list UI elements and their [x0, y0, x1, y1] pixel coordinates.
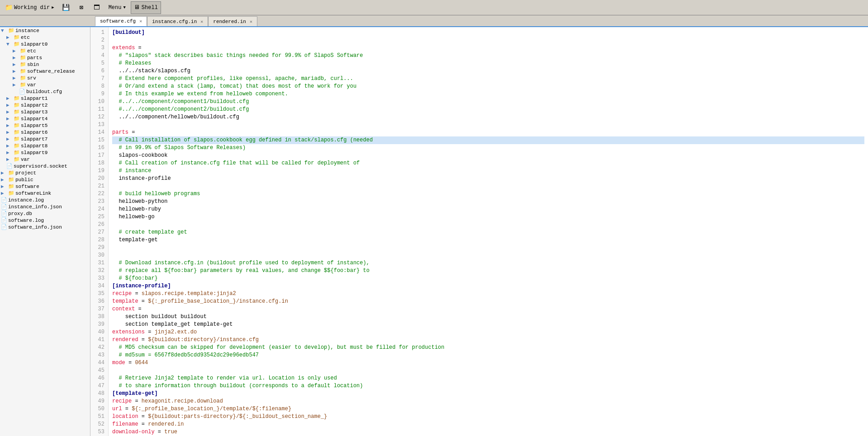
line-number-16: 16 — [94, 144, 104, 152]
shell-button[interactable]: 🖥 Shell — [131, 1, 161, 14]
code-line-49: recipe = hexagonit.recipe.download — [112, 398, 864, 405]
tab-instance-cfg-in[interactable]: instance.cfg.in ✕ — [147, 16, 208, 26]
sidebar-item-slappart8[interactable]: ▶ 📁 slappart8 — [0, 142, 90, 149]
line-number-15: 15 — [94, 136, 104, 144]
folder-closed-icon-parts: ▶ — [13, 55, 20, 61]
code-line-46: # Retrieve Jinja2 template to render via… — [112, 375, 864, 382]
sidebar-item-proxy-db[interactable]: 📄 proxy.db — [0, 210, 90, 217]
sidebar-item-instance-info-json[interactable]: 📄 instance_info.json — [0, 203, 90, 210]
sidebar-item-sbin[interactable]: ▶ 📁 sbin — [0, 61, 90, 68]
file-icon-proxy-db: 📄 — [1, 211, 8, 216]
editor-area[interactable]: 1234567891011121314151617181920212223242… — [90, 27, 868, 436]
code-line-10: #../../component/component1/buildout.cfg — [112, 98, 864, 106]
maximize-button[interactable]: ⊠ — [75, 1, 88, 14]
sidebar-item-supervisord-socket[interactable]: 📄 supervisord.socket — [0, 163, 90, 169]
line-number-20: 20 — [94, 175, 104, 183]
sidebar-item-slappart0-var[interactable]: ▶ 📁 var — [0, 81, 90, 88]
sidebar-item-slappart4[interactable]: ▶ 📁 slappart4 — [0, 115, 90, 122]
sidebar-item-slappart9[interactable]: ▶ 📁 slappart9 — [0, 149, 90, 156]
folder-icon-parts: 📁 — [20, 55, 27, 61]
menu-label: Menu — [109, 5, 122, 11]
tab-software-cfg[interactable]: software.cfg ✕ — [95, 16, 147, 26]
editor-content: 1234567891011121314151617181920212223242… — [90, 27, 868, 436]
menu-button[interactable]: Menu ▼ — [105, 1, 129, 14]
tab-software-cfg-close[interactable]: ✕ — [139, 19, 142, 24]
code-line-20: instance-profile — [112, 175, 864, 183]
shell-label: Shell — [142, 5, 158, 11]
sidebar-item-slappart6[interactable]: ▶ 📁 slappart6 — [0, 129, 90, 136]
tab-rendered-in-close[interactable]: ✕ — [250, 19, 252, 24]
sidebar-item-software-release[interactable]: ▶ 📁 software_release — [0, 68, 90, 75]
sidebar-item-slappart3[interactable]: ▶ 📁 slappart3 — [0, 108, 90, 115]
code-line-19: # instance — [112, 167, 864, 175]
line-number-7: 7 — [94, 75, 104, 83]
line-number-26: 26 — [94, 221, 104, 229]
code-line-23: helloweb-python — [112, 198, 864, 206]
code-line-37: context = — [112, 305, 864, 313]
sidebar-item-project[interactable]: ▶ 📁 project — [0, 169, 90, 176]
sidebar-item-var[interactable]: ▶ 📁 var — [0, 156, 90, 163]
folder-icon-software-release: 📁 — [20, 68, 27, 74]
line-number-37: 37 — [94, 305, 104, 313]
code-line-40: extensions = jinja2.ext.do — [112, 328, 864, 336]
folder-icon: 📁 — [5, 4, 12, 11]
line-number-4: 4 — [94, 52, 104, 60]
sidebar-label-software-info-json: software_info.json — [8, 225, 62, 230]
sidebar-item-slappart0-etc[interactable]: ▶ 📁 etc — [0, 47, 90, 54]
line-number-23: 23 — [94, 198, 104, 206]
code-line-1: [buildout] — [112, 29, 864, 37]
sidebar-item-etc[interactable]: ▶ 📁 etc — [0, 34, 90, 41]
save-button[interactable]: 💾 — [59, 1, 73, 14]
folder-icon-slappart0: 📁 — [14, 41, 21, 47]
sidebar-label-softwarelink: softwareLink — [15, 191, 51, 196]
sidebar-item-slappart7[interactable]: ▶ 📁 slappart7 — [0, 136, 90, 142]
folder-closed-icon-project: ▶ — [1, 170, 8, 176]
code-line-22: # build helloweb programs — [112, 190, 864, 198]
line-number-45: 45 — [94, 367, 104, 375]
sidebar-item-software-info-json[interactable]: 📄 software_info.json — [0, 224, 90, 230]
sidebar-item-buildout-cfg[interactable]: 📄 buildout.cfg — [0, 88, 90, 95]
tab-instance-cfg-in-close[interactable]: ✕ — [200, 19, 203, 24]
line-number-47: 47 — [94, 382, 104, 390]
folder-closed-icon-slappart4: ▶ — [6, 116, 14, 122]
code-line-51: location = ${buildout:parts-directory}/$… — [112, 413, 864, 421]
line-number-2: 2 — [94, 37, 104, 44]
line-number-38: 38 — [94, 313, 104, 321]
working-dir-button[interactable]: 📁 Working dir ▶ — [2, 1, 57, 14]
sidebar-item-public[interactable]: ▶ 📁 public — [0, 176, 90, 183]
line-number-30: 30 — [94, 252, 104, 259]
sidebar-item-parts[interactable]: ▶ 📁 parts — [0, 54, 90, 61]
main-content: ▼ 📁 instance ▶ 📁 etc ▼ 📁 slappart0 ▶ 📁 e… — [0, 27, 868, 436]
minimize-button[interactable]: 🗖 — [90, 1, 104, 14]
folder-closed-icon-slappart5: ▶ — [6, 122, 14, 128]
code-line-41: rendered = ${buildout:directory}/instanc… — [112, 336, 864, 344]
sidebar-item-slappart1[interactable]: ▶ 📁 slappart1 — [0, 95, 90, 102]
tab-rendered-in[interactable]: rendered.in ✕ — [208, 16, 257, 26]
code-line-33: # ${foo:bar} — [112, 275, 864, 282]
sidebar-item-softwarelink[interactable]: ▶ 📁 softwareLink — [0, 190, 90, 197]
code-area[interactable]: [buildout]extends = # "slapos" stack des… — [109, 27, 868, 436]
sidebar-item-slappart2[interactable]: ▶ 📁 slappart2 — [0, 102, 90, 108]
sidebar-item-srv[interactable]: ▶ 📁 srv — [0, 75, 90, 81]
sidebar-item-slappart0[interactable]: ▼ 📁 slappart0 — [0, 41, 90, 47]
line-number-34: 34 — [94, 282, 104, 290]
sidebar-item-software[interactable]: ▶ 📁 software — [0, 183, 90, 190]
line-number-13: 13 — [94, 121, 104, 129]
folder-icon-software: 📁 — [8, 183, 15, 189]
folder-icon-slappart9: 📁 — [14, 150, 21, 155]
code-line-28: template-get — [112, 236, 864, 244]
sidebar-label-slappart6: slappart6 — [21, 130, 47, 135]
sidebar-item-instance-log[interactable]: 📄 instance.log — [0, 197, 90, 203]
tab-instance-cfg-in-label: instance.cfg.in — [152, 19, 197, 24]
folder-closed-icon-slappart7: ▶ — [6, 136, 14, 142]
code-line-15: # Call installation of slapos.cookbook e… — [112, 136, 864, 144]
sidebar-item-slappart5[interactable]: ▶ 📁 slappart5 — [0, 122, 90, 129]
code-line-39: section template_get template-get — [112, 321, 864, 328]
tab-software-cfg-label: software.cfg — [100, 19, 136, 24]
folder-icon-slappart0-var: 📁 — [20, 82, 27, 88]
sidebar-label-slappart9: slappart9 — [21, 150, 47, 155]
folder-icon-sbin: 📁 — [20, 61, 27, 67]
sidebar-item-instance[interactable]: ▼ 📁 instance — [0, 27, 90, 34]
maximize-icon: ⊠ — [78, 4, 85, 11]
sidebar-item-software-log[interactable]: 📄 software.log — [0, 217, 90, 224]
